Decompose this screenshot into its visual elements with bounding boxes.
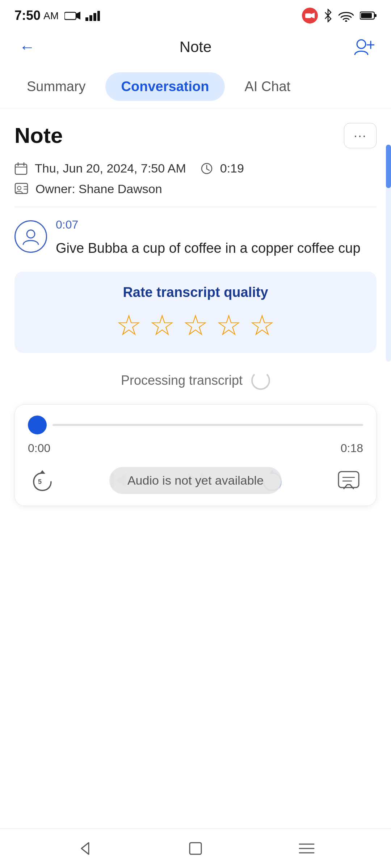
stars-row[interactable]: ☆ ☆ ☆ ☆ ☆ xyxy=(116,311,275,340)
clock-svg xyxy=(201,162,213,175)
note-owner: Owner: Shane Dawson xyxy=(35,182,162,196)
status-time: 7:50 xyxy=(14,8,41,23)
transcript-icon xyxy=(337,469,360,492)
transcript-text: Give Bubba a cup of coffee in a copper c… xyxy=(56,238,377,259)
calendar-icon xyxy=(14,162,28,175)
svg-marker-37 xyxy=(81,843,89,854)
status-time-suffix: AM xyxy=(43,10,59,22)
more-options-button[interactable]: ··· xyxy=(344,123,377,148)
transcript-button[interactable] xyxy=(334,466,363,495)
svg-rect-0 xyxy=(64,12,76,20)
conversation-timestamp: 0:07 xyxy=(56,218,377,231)
bluetooth-icon xyxy=(324,9,332,22)
back-arrow-icon: ← xyxy=(19,38,35,56)
nav-back-icon xyxy=(76,840,93,857)
star-4[interactable]: ☆ xyxy=(216,311,242,340)
note-title: Note xyxy=(14,123,63,148)
wifi-icon xyxy=(338,9,354,22)
time-row: 0:00 0:18 xyxy=(28,442,363,455)
rewind-icon: 5 xyxy=(30,468,55,493)
tab-summary[interactable]: Summary xyxy=(11,72,102,101)
progress-row[interactable] xyxy=(28,416,363,434)
date-row: Thu, Jun 20, 2024, 7:50 AM 0:19 xyxy=(14,161,377,175)
battery-icon xyxy=(360,10,377,21)
svg-point-23 xyxy=(17,186,21,190)
main-content: Note ··· Thu, Jun 20, 2024, 7:50 AM 0:19 xyxy=(0,109,391,589)
nav-back-button[interactable] xyxy=(70,834,99,863)
rewind-button[interactable]: 5 xyxy=(28,466,57,495)
star-1[interactable]: ☆ xyxy=(116,311,142,340)
recording-icon xyxy=(305,12,315,19)
svg-rect-2 xyxy=(85,17,88,21)
svg-marker-27 xyxy=(39,470,45,474)
nav-home-button[interactable] xyxy=(181,834,210,863)
more-dots-icon: ··· xyxy=(354,128,367,143)
note-header: Note ··· xyxy=(14,123,377,148)
bottom-nav xyxy=(0,828,391,868)
conversation-entry: 0:07 Give Bubba a cup of coffee in a cop… xyxy=(14,218,377,259)
star-5[interactable]: ☆ xyxy=(249,311,275,340)
divider xyxy=(14,207,377,207)
nav-menu-button[interactable] xyxy=(292,834,321,863)
svg-line-21 xyxy=(207,169,209,170)
svg-rect-15 xyxy=(15,164,27,174)
note-duration: 0:19 xyxy=(220,161,244,175)
status-bar: 7:50 AM xyxy=(0,0,391,29)
tab-conversation[interactable]: Conversation xyxy=(105,72,225,101)
svg-rect-11 xyxy=(361,13,372,18)
controls-row: 5 Audio is not yet available xyxy=(28,466,363,495)
camera-icon xyxy=(64,10,80,21)
svg-point-26 xyxy=(27,230,35,238)
svg-point-8 xyxy=(345,20,347,22)
back-button[interactable]: ← xyxy=(14,34,40,60)
svg-rect-4 xyxy=(93,13,96,21)
owner-icon xyxy=(14,183,28,196)
add-person-icon xyxy=(353,38,374,56)
header: ← Note xyxy=(0,29,391,65)
svg-text:5: 5 xyxy=(38,478,42,485)
status-icons-left xyxy=(64,10,100,21)
rate-transcript-card: Rate transcript quality ☆ ☆ ☆ ☆ ☆ xyxy=(14,272,377,353)
total-time: 0:18 xyxy=(341,442,363,455)
svg-rect-38 xyxy=(190,843,201,854)
owner-row: Owner: Shane Dawson xyxy=(14,182,377,196)
owner-svg xyxy=(14,183,28,196)
status-icons-right xyxy=(302,8,377,24)
page-title: Note xyxy=(40,38,351,56)
processing-text: Processing transcript xyxy=(121,373,243,388)
note-date: Thu, Jun 20, 2024, 7:50 AM xyxy=(35,161,186,175)
calendar-svg xyxy=(14,162,28,175)
tabs-container: Summary Conversation AI Chat xyxy=(0,65,391,109)
star-3[interactable]: ☆ xyxy=(182,311,209,340)
svg-rect-6 xyxy=(305,13,311,18)
nav-menu-icon xyxy=(298,841,315,856)
scroll-thumb xyxy=(386,145,391,188)
progress-track[interactable] xyxy=(52,424,363,426)
clock-icon xyxy=(201,162,213,175)
scroll-indicator[interactable] xyxy=(386,145,391,362)
add-person-button[interactable] xyxy=(351,34,377,60)
not-available-badge: Audio is not yet available xyxy=(109,467,282,494)
svg-point-12 xyxy=(357,40,366,48)
avatar xyxy=(14,220,47,253)
star-2[interactable]: ☆ xyxy=(149,311,175,340)
conversation-body: 0:07 Give Bubba a cup of coffee in a cop… xyxy=(56,218,377,259)
svg-rect-3 xyxy=(89,15,92,21)
current-time: 0:00 xyxy=(28,442,50,455)
recording-indicator xyxy=(302,8,318,24)
signal-icon xyxy=(85,10,100,21)
svg-marker-1 xyxy=(76,12,80,20)
rate-title: Rate transcript quality xyxy=(123,285,268,300)
processing-row: Processing transcript xyxy=(14,371,377,390)
tab-ai-chat[interactable]: AI Chat xyxy=(228,72,306,101)
svg-rect-10 xyxy=(374,14,377,17)
svg-marker-7 xyxy=(311,13,315,18)
svg-rect-5 xyxy=(97,11,100,21)
processing-spinner xyxy=(251,371,270,390)
audio-player: 0:00 0:18 5 Audio is not yet available xyxy=(14,404,377,506)
playhead-indicator xyxy=(28,416,47,434)
person-icon xyxy=(21,227,41,246)
nav-home-icon xyxy=(187,840,204,857)
